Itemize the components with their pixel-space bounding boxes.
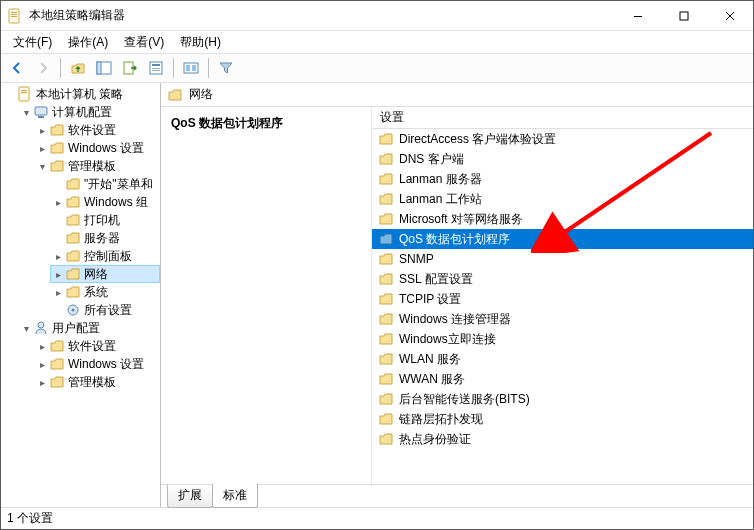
list-item[interactable]: 链路层拓扑发现: [372, 409, 753, 429]
list-item[interactable]: WLAN 服务: [372, 349, 753, 369]
expand-icon[interactable]: ▸: [35, 143, 49, 154]
list-item[interactable]: DirectAccess 客户端体验设置: [372, 129, 753, 149]
folder-icon: [378, 431, 394, 447]
statusbar: 1 个设置: [1, 507, 753, 529]
expand-icon[interactable]: ▸: [51, 269, 65, 280]
tree-windows-settings[interactable]: ▸ Windows 设置: [35, 139, 160, 157]
list-item-label: SNMP: [399, 252, 434, 266]
show-hide-tree-button[interactable]: [92, 56, 116, 80]
list-item[interactable]: 热点身份验证: [372, 429, 753, 449]
list-item[interactable]: DNS 客户端: [372, 149, 753, 169]
svg-point-24: [72, 309, 75, 312]
list-item[interactable]: 后台智能传送服务(BITS): [372, 389, 753, 409]
toolbar-separator: [173, 58, 174, 78]
list-item[interactable]: SSL 配置设置: [372, 269, 753, 289]
maximize-button[interactable]: [661, 1, 707, 31]
svg-rect-13: [152, 68, 160, 69]
list-item[interactable]: TCPIP 设置: [372, 289, 753, 309]
list-item[interactable]: Windows 连接管理器: [372, 309, 753, 329]
minimize-button[interactable]: [615, 1, 661, 31]
list-item[interactable]: SNMP: [372, 249, 753, 269]
list-item[interactable]: Windows立即连接: [372, 329, 753, 349]
list-item-label: SSL 配置设置: [399, 271, 473, 288]
tree-software-settings[interactable]: ▸ 软件设置: [35, 121, 160, 139]
folder-icon: [378, 171, 394, 187]
tab-standard[interactable]: 标准: [212, 484, 258, 508]
folder-icon: [378, 411, 394, 427]
folder-icon: [49, 356, 65, 372]
help-button[interactable]: [179, 56, 203, 80]
tree-all-settings[interactable]: 所有设置: [51, 301, 160, 319]
list-item[interactable]: Microsoft 对等网络服务: [372, 209, 753, 229]
collapse-icon[interactable]: ▾: [19, 107, 33, 118]
tree-servers[interactable]: 服务器: [51, 229, 160, 247]
expand-icon[interactable]: ▸: [51, 251, 65, 262]
collapse-icon[interactable]: ▾: [35, 161, 49, 172]
tree-label: 打印机: [84, 212, 120, 229]
svg-rect-14: [152, 70, 160, 71]
tree-computer-config[interactable]: ▾ 计算机配置: [19, 103, 160, 121]
tree-start-menu[interactable]: "开始"菜单和: [51, 175, 160, 193]
close-button[interactable]: [707, 1, 753, 31]
back-button[interactable]: [5, 56, 29, 80]
list-item-label: 后台智能传送服务(BITS): [399, 391, 530, 408]
tree-system[interactable]: ▸系统: [51, 283, 160, 301]
tree-network[interactable]: ▸网络: [50, 265, 160, 283]
list-item[interactable]: Lanman 服务器: [372, 169, 753, 189]
tree-label: Windows 设置: [68, 356, 144, 373]
tree-windows-group[interactable]: ▸Windows 组: [51, 193, 160, 211]
filter-button[interactable]: [214, 56, 238, 80]
tree-label: 软件设置: [68, 338, 116, 355]
collapse-icon[interactable]: ▾: [19, 323, 33, 334]
menu-action[interactable]: 操作(A): [60, 32, 116, 53]
expand-icon[interactable]: ▸: [51, 197, 65, 208]
menu-view[interactable]: 查看(V): [116, 32, 172, 53]
list-item-label: WLAN 服务: [399, 351, 461, 368]
svg-rect-4: [634, 16, 642, 17]
list-item[interactable]: WWAN 服务: [372, 369, 753, 389]
list-body[interactable]: DirectAccess 客户端体验设置DNS 客户端Lanman 服务器Lan…: [372, 129, 753, 484]
tabs: 扩展 标准: [161, 485, 753, 507]
expand-icon[interactable]: ▸: [35, 341, 49, 352]
folder-icon: [49, 338, 65, 354]
refresh-button[interactable]: [144, 56, 168, 80]
svg-rect-16: [186, 65, 190, 71]
user-icon: [33, 320, 49, 336]
list-column-header[interactable]: 设置: [372, 107, 753, 129]
titlebar: 本地组策略编辑器: [1, 1, 753, 31]
tab-extended[interactable]: 扩展: [167, 485, 213, 508]
tree-u-software-settings[interactable]: ▸软件设置: [35, 337, 160, 355]
expand-icon[interactable]: ▸: [35, 359, 49, 370]
tree-label: 管理模板: [68, 374, 116, 391]
expand-icon[interactable]: ▸: [51, 287, 65, 298]
expand-icon[interactable]: ▸: [35, 377, 49, 388]
menu-file[interactable]: 文件(F): [5, 32, 60, 53]
list-item-label: DirectAccess 客户端体验设置: [399, 131, 556, 148]
folder-icon: [378, 231, 394, 247]
up-button[interactable]: [66, 56, 90, 80]
tree-user-config[interactable]: ▾ 用户配置: [19, 319, 160, 337]
body: 本地计算机 策略 ▾ 计算机配置: [1, 83, 753, 507]
menu-help[interactable]: 帮助(H): [172, 32, 229, 53]
tree-label: 用户配置: [52, 320, 100, 337]
export-list-button[interactable]: [118, 56, 142, 80]
forward-button[interactable]: [31, 56, 55, 80]
tree-u-admin-templates[interactable]: ▸管理模板: [35, 373, 160, 391]
toolbar-separator: [60, 58, 61, 78]
tree-root[interactable]: 本地计算机 策略: [3, 85, 160, 103]
tree-control-panel[interactable]: ▸控制面板: [51, 247, 160, 265]
tree-pane[interactable]: 本地计算机 策略 ▾ 计算机配置: [1, 83, 161, 507]
tree-label: 计算机配置: [52, 104, 112, 121]
tree-admin-templates[interactable]: ▾ 管理模板: [35, 157, 160, 175]
svg-rect-2: [11, 14, 17, 15]
list-item-label: WWAN 服务: [399, 371, 465, 388]
tree-label: 管理模板: [68, 158, 116, 175]
list-item[interactable]: QoS 数据包计划程序: [372, 229, 753, 249]
tree-u-windows-settings[interactable]: ▸Windows 设置: [35, 355, 160, 373]
tree-printers[interactable]: 打印机: [51, 211, 160, 229]
folder-icon: [49, 122, 65, 138]
list-item[interactable]: Lanman 工作站: [372, 189, 753, 209]
tree-label: "开始"菜单和: [84, 176, 153, 193]
expand-icon[interactable]: ▸: [35, 125, 49, 136]
svg-rect-1: [11, 12, 17, 13]
